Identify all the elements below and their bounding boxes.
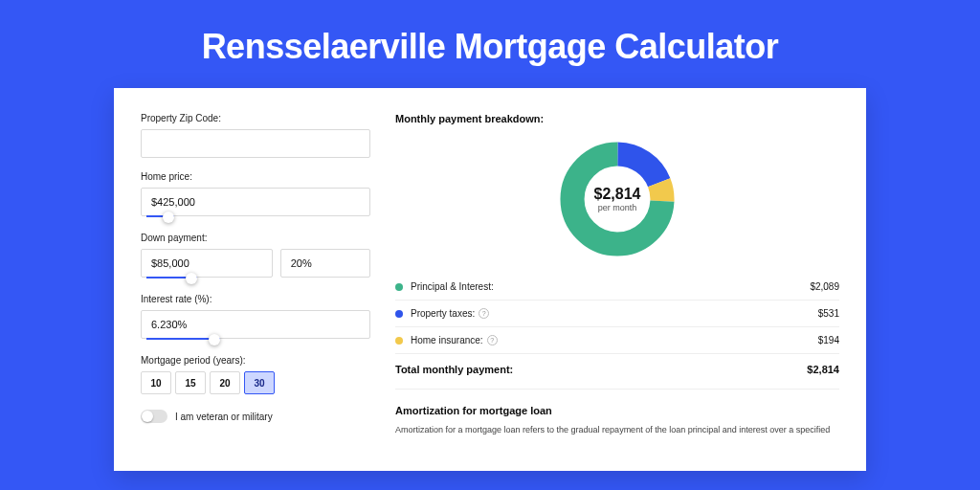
veteran-row: I am veteran or military (141, 410, 370, 423)
interest-input[interactable] (141, 310, 370, 339)
breakdown-value: $194 (818, 335, 839, 345)
calculator-card: Property Zip Code: Home price: Down paym… (114, 88, 866, 471)
home-price-slider-thumb[interactable] (163, 212, 174, 223)
interest-slider-thumb[interactable] (209, 334, 220, 345)
veteran-toggle[interactable] (141, 410, 167, 423)
breakdown-list: Principal & Interest:$2,089Property taxe… (395, 274, 839, 353)
interest-field: Interest rate (%): (141, 294, 370, 342)
legend-bullet (395, 310, 403, 318)
breakdown-row: Home insurance:?$194 (395, 326, 839, 353)
donut-center-sub: per month (598, 203, 637, 212)
home-price-input[interactable] (141, 188, 370, 216)
period-button-10[interactable]: 10 (141, 371, 171, 394)
breakdown-value: $531 (818, 308, 839, 319)
page-title: Rensselaerville Mortgage Calculator (0, 0, 980, 88)
breakdown-label: Property taxes:? (411, 308, 818, 319)
down-payment-pct-input[interactable] (280, 249, 370, 278)
veteran-label: I am veteran or military (175, 412, 273, 422)
donut-center-amount: $2,814 (594, 186, 641, 203)
down-payment-slider[interactable] (141, 277, 370, 280)
donut-chart-area: $2,814 per month (395, 134, 839, 274)
inputs-column: Property Zip Code: Home price: Down paym… (141, 113, 370, 471)
breakdown-column: Monthly payment breakdown: $2,814 per mo… (395, 113, 839, 471)
donut-chart: $2,814 per month (558, 140, 677, 258)
breakdown-row: Principal & Interest:$2,089 (395, 274, 839, 300)
zip-field: Property Zip Code: (141, 113, 370, 158)
period-button-15[interactable]: 15 (175, 371, 206, 394)
amortization-title: Amortization for mortgage loan (395, 405, 839, 416)
period-button-30[interactable]: 30 (244, 371, 275, 394)
breakdown-label: Principal & Interest: (411, 281, 810, 292)
veteran-toggle-knob (142, 411, 153, 422)
total-label: Total monthly payment: (395, 364, 807, 375)
total-row: Total monthly payment: $2,814 (395, 353, 839, 390)
period-field: Mortgage period (years): 10152030 (141, 355, 370, 394)
period-label: Mortgage period (years): (141, 355, 370, 366)
zip-label: Property Zip Code: (141, 113, 370, 123)
breakdown-label: Home insurance:? (411, 335, 818, 345)
legend-bullet (395, 337, 403, 345)
interest-slider[interactable] (141, 338, 370, 342)
home-price-label: Home price: (141, 171, 370, 182)
help-icon[interactable]: ? (487, 335, 498, 345)
legend-bullet (395, 283, 403, 291)
zip-input[interactable] (141, 129, 370, 158)
breakdown-row: Property taxes:?$531 (395, 300, 839, 326)
amortization-text: Amortization for a mortgage loan refers … (395, 424, 839, 436)
home-price-field: Home price: (141, 171, 370, 219)
period-button-20[interactable]: 20 (210, 371, 240, 394)
total-value: $2,814 (807, 364, 839, 375)
help-icon[interactable]: ? (479, 308, 489, 319)
down-payment-label: Down payment: (141, 233, 370, 243)
down-payment-slider-thumb[interactable] (186, 273, 197, 284)
interest-label: Interest rate (%): (141, 294, 370, 304)
period-button-group: 10152030 (141, 371, 370, 394)
down-payment-input[interactable] (141, 249, 273, 278)
breakdown-title: Monthly payment breakdown: (395, 113, 839, 124)
down-payment-field: Down payment: (141, 233, 370, 280)
home-price-slider[interactable] (141, 215, 370, 219)
breakdown-value: $2,089 (810, 281, 839, 292)
